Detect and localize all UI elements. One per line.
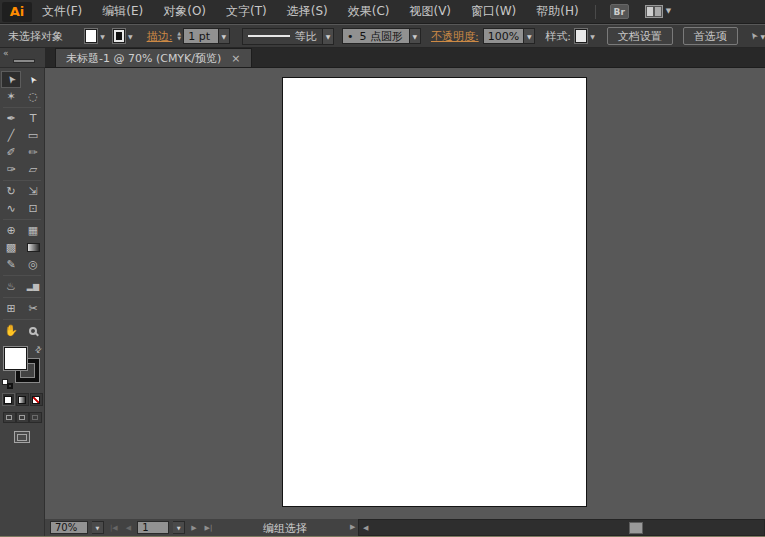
menu-file[interactable]: 文件(F) xyxy=(32,0,92,24)
bridge-button[interactable]: Br xyxy=(610,4,629,19)
opacity-panel-link[interactable]: 不透明度: xyxy=(431,29,479,44)
blend-tool[interactable]: ◎ xyxy=(23,256,43,273)
draw-normal-button[interactable] xyxy=(3,412,16,423)
tool-group-divider xyxy=(3,180,41,181)
blob-brush-tool[interactable]: ✑ xyxy=(1,161,21,178)
zoom-tool[interactable] xyxy=(23,322,43,339)
none-chip-icon xyxy=(32,396,40,404)
close-icon[interactable]: × xyxy=(231,52,240,65)
document-tab[interactable]: 未标题-1 @ 70% (CMYK/预览) × xyxy=(55,48,252,67)
stroke-panel-link[interactable]: 描边: xyxy=(147,29,173,44)
stroke-width-field[interactable]: 1 pt xyxy=(183,28,218,44)
color-button[interactable] xyxy=(2,393,15,406)
slice-tool[interactable]: ✂ xyxy=(23,300,43,317)
none-button[interactable] xyxy=(30,393,43,406)
menu-view[interactable]: 视图(V) xyxy=(399,0,461,24)
artboard-number-field[interactable]: 1 xyxy=(137,521,169,534)
shape-builder-tool[interactable]: ⊕ xyxy=(1,222,21,239)
menu-divider xyxy=(595,5,596,19)
scroll-left-icon[interactable]: ◀ xyxy=(359,524,372,532)
menu-edit[interactable]: 编辑(E) xyxy=(92,0,153,24)
artboard-number-dropdown[interactable]: ▼ xyxy=(173,521,185,534)
gradient-button[interactable] xyxy=(16,393,29,406)
panel-grip[interactable] xyxy=(13,59,35,63)
control-bar: 未选择对象 ▼ ▼ 描边: ▲▼ 1 pt ▼ 等比 ▼ • 5 点圆形 ▼ 不… xyxy=(0,25,765,48)
chevron-down-icon[interactable]: ▼ xyxy=(128,33,133,40)
fill-color-indicator[interactable] xyxy=(4,347,27,370)
horizontal-scrollbar[interactable]: ◀ xyxy=(358,519,765,536)
workspace-switcher[interactable]: ▼ xyxy=(645,5,671,18)
hand-tool[interactable]: ✋ xyxy=(1,322,21,339)
collapse-panel-chevrons[interactable]: « xyxy=(3,48,9,58)
brush-definition-dropdown[interactable]: ▼ xyxy=(410,28,421,44)
draw-behind-button[interactable] xyxy=(16,412,29,423)
scale-tool[interactable]: ⇲ xyxy=(23,183,43,200)
chevron-down-icon[interactable]: ▼ xyxy=(760,33,765,40)
default-fill-stroke-icon[interactable] xyxy=(2,379,13,389)
opacity-field[interactable]: 100% xyxy=(483,28,524,44)
brush-definition-label: 5 点圆形 xyxy=(360,29,404,44)
free-transform-tool[interactable]: ⊡ xyxy=(23,200,43,217)
canvas-area[interactable] xyxy=(45,68,765,518)
menu-object[interactable]: 对象(O) xyxy=(153,0,216,24)
rotate-tool[interactable]: ↻ xyxy=(1,183,21,200)
last-artboard-icon[interactable]: ▶| xyxy=(203,524,215,532)
mesh-tool[interactable]: ▩ xyxy=(1,239,21,256)
symbol-sprayer-tool[interactable]: ♨ xyxy=(1,278,21,295)
style-swatch[interactable] xyxy=(575,29,587,43)
menu-type[interactable]: 文字(T) xyxy=(216,0,277,24)
brush-definition-field[interactable]: • 5 点圆形 xyxy=(342,28,410,44)
pen-tool[interactable]: ✒ xyxy=(1,110,21,127)
opacity-dropdown[interactable]: ▼ xyxy=(524,28,535,44)
selection-tool[interactable]: ➤ xyxy=(1,71,21,88)
chevron-down-icon[interactable]: ▼ xyxy=(100,33,105,40)
artboard-tool[interactable]: ⊞ xyxy=(1,300,21,317)
column-graph-tool[interactable]: ▂▆ xyxy=(23,278,43,295)
zoom-level-dropdown[interactable]: ▼ xyxy=(92,521,104,534)
paint-style-buttons xyxy=(0,393,44,406)
app-logo: Ai xyxy=(2,2,32,22)
perspective-grid-tool[interactable]: ▦ xyxy=(23,222,43,239)
stroke-width-stepper[interactable]: ▲▼ xyxy=(177,31,181,42)
line-segment-tool[interactable]: ╱ xyxy=(1,127,21,144)
menu-effect[interactable]: 效果(C) xyxy=(338,0,400,24)
lasso-tool[interactable]: ◌ xyxy=(23,88,43,105)
fill-color-swatch[interactable] xyxy=(85,29,97,43)
eyedropper-tool[interactable]: ✎ xyxy=(1,256,21,273)
change-screen-mode-button[interactable] xyxy=(14,431,30,443)
gradient-tool[interactable] xyxy=(23,239,43,256)
magic-wand-tool[interactable]: ✶ xyxy=(1,88,21,105)
previous-artboard-icon[interactable]: ◀ xyxy=(124,524,133,532)
next-artboard-icon[interactable]: ▶ xyxy=(189,524,198,532)
direct-selection-tool[interactable]: ➤ xyxy=(23,71,43,88)
status-expand-icon[interactable]: ▶ xyxy=(350,523,355,531)
stroke-color-swatch[interactable] xyxy=(113,29,125,43)
first-artboard-icon[interactable]: |◀ xyxy=(108,524,120,532)
menu-help[interactable]: 帮助(H) xyxy=(526,0,588,24)
chevron-down-icon[interactable]: ▼ xyxy=(590,33,595,40)
tool-group-divider xyxy=(3,319,41,320)
chevron-down-icon[interactable]: ▼ xyxy=(323,28,334,45)
stroke-width-dropdown[interactable]: ▼ xyxy=(219,28,230,44)
menu-window[interactable]: 窗口(W) xyxy=(461,0,526,24)
stroke-profile-dropdown[interactable]: 等比 xyxy=(242,28,323,45)
pencil-tool[interactable]: ✏ xyxy=(23,144,43,161)
swap-fill-stroke-icon[interactable]: ⇄ xyxy=(33,344,44,355)
menu-bar: Ai 文件(F) 编辑(E) 对象(O) 文字(T) 选择(S) 效果(C) 视… xyxy=(0,0,765,24)
draw-inside-button[interactable] xyxy=(29,412,42,423)
zoom-level-field[interactable]: 70% xyxy=(50,521,88,534)
document-setup-button[interactable]: 文档设置 xyxy=(607,27,673,45)
type-tool[interactable]: T xyxy=(23,110,43,127)
selection-status-label: 未选择对象 xyxy=(8,29,63,44)
eraser-tool[interactable]: ▱ xyxy=(23,161,43,178)
paintbrush-tool[interactable]: ✐ xyxy=(1,144,21,161)
rectangle-tool[interactable]: ▭ xyxy=(23,127,43,144)
artboard[interactable] xyxy=(282,77,587,507)
menu-select[interactable]: 选择(S) xyxy=(277,0,338,24)
width-tool[interactable]: ∿ xyxy=(1,200,21,217)
status-bar: 70% ▼ |◀ ◀ 1 ▼ ▶ ▶| 编组选择 ▶ ◀ xyxy=(45,519,765,536)
cursor-presets-icon[interactable]: ➤ xyxy=(747,30,760,42)
preferences-button[interactable]: 首选项 xyxy=(683,27,738,45)
scrollbar-thumb[interactable] xyxy=(629,522,643,534)
document-tab-bar: 未标题-1 @ 70% (CMYK/预览) × xyxy=(45,48,765,68)
